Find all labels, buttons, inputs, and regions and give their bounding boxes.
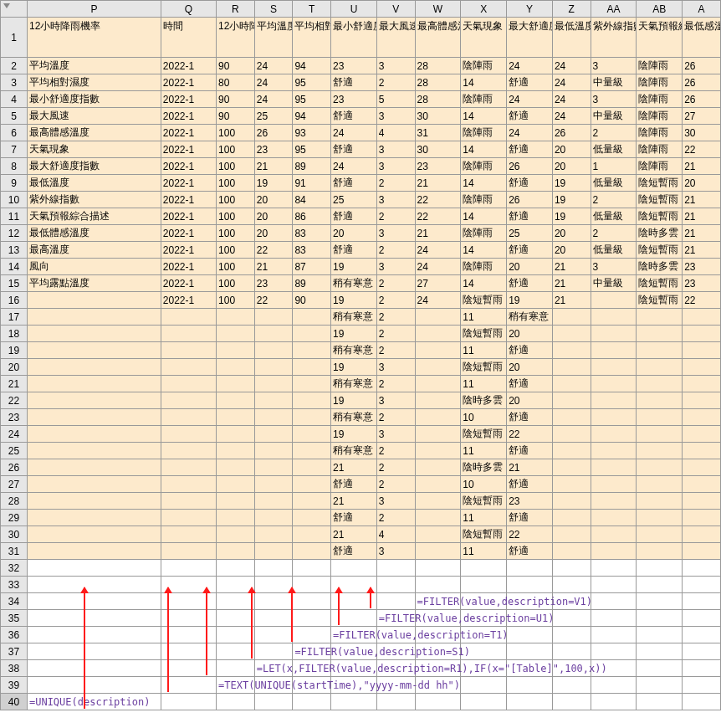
cell[interactable]: 中量級	[591, 74, 637, 91]
cell[interactable]: 24	[552, 91, 591, 108]
cell[interactable]: 紫外線指數	[591, 18, 637, 58]
cell[interactable]: 陰時多雲	[637, 225, 683, 242]
cell[interactable]	[161, 392, 216, 409]
cell[interactable]: 90	[217, 58, 255, 74]
cell[interactable]: 1	[591, 158, 637, 175]
cell[interactable]: 3	[376, 426, 415, 443]
row-header-25[interactable]: 25	[1, 443, 28, 459]
cell[interactable]: 3	[376, 225, 415, 242]
cell[interactable]	[293, 426, 331, 443]
cell[interactable]	[254, 359, 293, 376]
cell[interactable]: 19	[331, 426, 377, 443]
col-header-U[interactable]: U	[331, 1, 377, 18]
cell[interactable]: 23	[254, 275, 293, 292]
cell[interactable]	[637, 342, 683, 359]
cell[interactable]	[217, 459, 255, 476]
col-header-S[interactable]: S	[254, 1, 293, 18]
cell[interactable]: 3	[376, 543, 415, 560]
cell[interactable]	[293, 694, 331, 710]
cell[interactable]: 陰短暫雨	[461, 359, 507, 376]
cell[interactable]	[27, 560, 161, 577]
cell[interactable]	[552, 342, 591, 359]
cell[interactable]: 4	[376, 526, 415, 543]
cell[interactable]: 22	[683, 292, 721, 309]
cell[interactable]: 2022-1	[161, 74, 216, 91]
cell[interactable]	[683, 392, 721, 409]
cell[interactable]	[254, 309, 293, 326]
cell[interactable]	[683, 560, 721, 577]
cell[interactable]: 100	[217, 208, 255, 225]
row-header-3[interactable]: 3	[1, 74, 28, 91]
cell[interactable]: 2	[376, 409, 415, 426]
cell[interactable]: 2022-1	[161, 208, 216, 225]
cell[interactable]	[217, 694, 255, 710]
cell[interactable]: 平均溫度	[254, 18, 293, 58]
cell[interactable]	[637, 627, 683, 643]
cell[interactable]	[591, 359, 637, 376]
cell[interactable]	[591, 643, 637, 660]
cell[interactable]	[591, 476, 637, 493]
cell[interactable]: 舒適	[507, 108, 553, 125]
cell[interactable]	[27, 526, 161, 543]
cell[interactable]: 26	[683, 91, 721, 108]
cell[interactable]	[591, 560, 637, 577]
cell[interactable]: 2	[376, 459, 415, 476]
cell[interactable]	[27, 409, 161, 426]
cell[interactable]: 稍有寒意	[331, 409, 377, 426]
cell[interactable]: 30	[683, 125, 721, 141]
cell[interactable]	[254, 694, 293, 710]
cell[interactable]: 20	[254, 208, 293, 225]
cell[interactable]	[254, 543, 293, 560]
spreadsheet-grid[interactable]: PQRSTUVWXYZAAABA 112小時降雨機率時間12小時降雨機率平均溫度…	[0, 0, 721, 710]
cell[interactable]: 舒適	[331, 108, 377, 125]
cell[interactable]: 陰時多雲	[637, 259, 683, 275]
cell[interactable]	[552, 493, 591, 510]
cell[interactable]: 11	[461, 342, 507, 359]
cell[interactable]	[591, 694, 637, 710]
col-header-Z[interactable]: Z	[552, 1, 591, 18]
cell[interactable]	[217, 309, 255, 326]
cell[interactable]: 舒適	[331, 242, 377, 259]
cell[interactable]: 100	[217, 158, 255, 175]
cell[interactable]	[254, 593, 293, 610]
cell[interactable]: 27	[415, 275, 461, 292]
cell[interactable]: 19	[331, 392, 377, 409]
cell[interactable]	[415, 342, 461, 359]
cell[interactable]	[683, 443, 721, 459]
cell[interactable]: 陰陣雨	[637, 125, 683, 141]
cell[interactable]: 平均溫度	[27, 58, 161, 74]
cell[interactable]: 23	[507, 493, 553, 510]
cell[interactable]	[27, 426, 161, 443]
cell[interactable]: 2	[591, 225, 637, 242]
cell[interactable]	[27, 643, 161, 660]
cell[interactable]: 20	[552, 242, 591, 259]
cell[interactable]: 稍有寒意	[331, 309, 377, 326]
cell[interactable]: 21	[552, 259, 591, 275]
cell[interactable]	[552, 326, 591, 342]
cell[interactable]	[293, 526, 331, 543]
cell[interactable]: 23	[331, 58, 377, 74]
cell[interactable]: 21	[552, 275, 591, 292]
cell[interactable]	[161, 643, 216, 660]
row-header-7[interactable]: 7	[1, 141, 28, 158]
cell[interactable]	[637, 359, 683, 376]
cell[interactable]	[507, 643, 553, 660]
cell[interactable]	[591, 610, 637, 627]
row-header-12[interactable]: 12	[1, 225, 28, 242]
cell[interactable]	[591, 627, 637, 643]
cell[interactable]	[552, 459, 591, 476]
cell[interactable]	[591, 577, 637, 593]
cell[interactable]	[161, 543, 216, 560]
row-header-31[interactable]: 31	[1, 543, 28, 560]
cell[interactable]: 14	[461, 242, 507, 259]
row-header-23[interactable]: 23	[1, 409, 28, 426]
cell[interactable]: 19	[507, 292, 553, 309]
cell[interactable]: 稍有寒意	[331, 342, 377, 359]
cell[interactable]: 最低溫度	[552, 18, 591, 58]
cell[interactable]: 20	[507, 392, 553, 409]
cell[interactable]: 100	[217, 175, 255, 192]
row-header-28[interactable]: 28	[1, 493, 28, 510]
cell[interactable]	[637, 510, 683, 526]
cell[interactable]: 21	[683, 158, 721, 175]
cell[interactable]	[683, 376, 721, 392]
